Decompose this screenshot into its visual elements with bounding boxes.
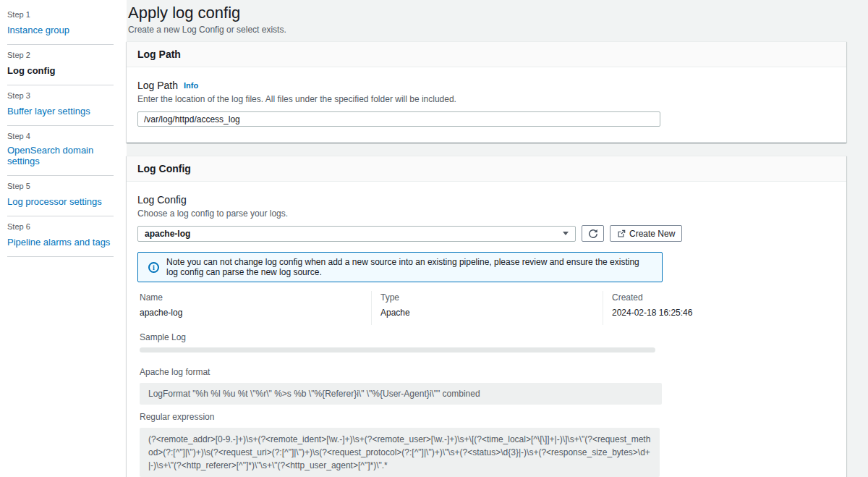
- refresh-button[interactable]: [582, 225, 604, 242]
- log-config-label: Log Config: [137, 194, 187, 206]
- info-icon: i: [148, 262, 159, 273]
- sidebar-divider: [7, 256, 114, 257]
- sidebar-step-2: Step 2 Log config: [7, 45, 127, 85]
- type-label: Type: [380, 292, 594, 303]
- chevron-down-icon: [563, 232, 569, 235]
- wizard-sidebar: Step 1 Instance group Step 2 Log config …: [0, 0, 127, 477]
- page: Step 1 Instance group Step 2 Log config …: [0, 0, 868, 477]
- created-label: Created: [612, 292, 825, 303]
- sidebar-step-6: Step 6 Pipeline alarms and tags: [7, 216, 127, 256]
- step-number: Step 6: [7, 222, 127, 231]
- external-link-icon: [617, 229, 626, 238]
- sidebar-item-pipeline-alarms-and-tags[interactable]: Pipeline alarms and tags: [7, 237, 110, 248]
- step-number: Step 5: [7, 182, 127, 190]
- main-content: Apply log config Create a new Log Config…: [127, 0, 868, 477]
- sample-log-label: Sample Log: [140, 332, 835, 342]
- sidebar-item-buffer-layer-settings[interactable]: Buffer layer settings: [7, 106, 90, 117]
- sidebar-step-3: Step 3 Buffer layer settings: [7, 85, 127, 125]
- detail-col-created: Created 2024-02-18 16:25:46: [603, 291, 834, 325]
- sidebar-item-log-processor-settings[interactable]: Log processor settings: [7, 196, 102, 207]
- log-path-card-body: Log PathInfo Enter the location of the l…: [127, 67, 846, 143]
- step-number: Step 1: [7, 10, 127, 19]
- log-path-info-link[interactable]: Info: [184, 81, 198, 90]
- log-path-card: Log Path Log PathInfo Enter the location…: [127, 41, 846, 143]
- detail-columns: Name apache-log Type Apache Created 2024…: [140, 291, 834, 325]
- apache-log-format-label: Apache log format: [140, 367, 835, 377]
- log-config-card: Log Config Log Config Choose a log confi…: [127, 156, 846, 477]
- step-number: Step 4: [7, 132, 127, 140]
- refresh-icon: [588, 229, 598, 239]
- regular-expression-label: Regular expression: [140, 412, 835, 422]
- sidebar-step-1: Step 1 Instance group: [7, 4, 127, 44]
- step-number: Step 2: [7, 51, 127, 59]
- create-new-label: Create New: [629, 229, 675, 239]
- log-config-select-value: apache-log: [145, 229, 190, 239]
- log-config-description: Choose a log config to parse your logs.: [137, 208, 835, 219]
- created-value: 2024-02-18 16:25:46: [612, 308, 825, 318]
- apache-log-format-value: LogFormat "%h %l %u %t \"%r\" %>s %b \"%…: [140, 383, 662, 405]
- log-config-details: Name apache-log Type Apache Created 2024…: [140, 291, 835, 477]
- info-alert-text: Note you can not change log config when …: [166, 257, 652, 277]
- regular-expression-value: (?<remote_addr>[0-9.-]+)\s+(?<remote_ide…: [140, 428, 660, 477]
- info-alert: i Note you can not change log config whe…: [137, 252, 663, 282]
- sidebar-item-opensearch-domain-settings[interactable]: OpenSearch domain settings: [7, 145, 127, 166]
- log-config-select[interactable]: apache-log: [137, 226, 576, 242]
- sample-log-bar: [140, 347, 655, 353]
- log-config-card-header: Log Config: [127, 156, 846, 182]
- sidebar-step-4: Step 4 OpenSearch domain settings: [7, 126, 127, 175]
- name-value: apache-log: [140, 308, 362, 318]
- log-path-card-header: Log Path: [127, 42, 846, 67]
- log-path-label: Log Path: [137, 80, 178, 91]
- log-config-card-body: Log Config Choose a log config to parse …: [127, 182, 846, 477]
- detail-col-type: Type Apache: [371, 291, 603, 325]
- sidebar-item-instance-group[interactable]: Instance group: [7, 25, 69, 35]
- log-path-input[interactable]: [137, 111, 660, 127]
- log-config-controls: apache-log Create New: [137, 225, 835, 242]
- sidebar-step-5: Step 5 Log processor settings: [7, 176, 127, 216]
- page-subtitle: Create a new Log Config or select exists…: [127, 25, 846, 35]
- page-title: Apply log config: [127, 4, 846, 22]
- name-label: Name: [140, 292, 362, 303]
- create-new-button[interactable]: Create New: [610, 225, 682, 242]
- sidebar-item-log-config[interactable]: Log config: [7, 65, 55, 76]
- step-number: Step 3: [7, 91, 127, 100]
- type-value: Apache: [380, 308, 594, 318]
- log-path-description: Enter the location of the log files. All…: [137, 94, 835, 104]
- detail-col-name: Name apache-log: [140, 291, 371, 325]
